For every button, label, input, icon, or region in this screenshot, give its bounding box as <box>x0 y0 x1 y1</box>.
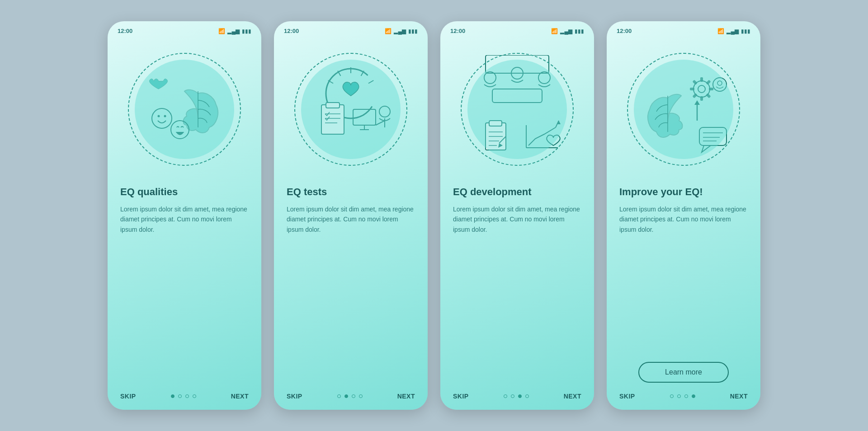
status-time-4: 12:00 <box>617 28 632 34</box>
dashed-circle-4 <box>627 53 740 166</box>
dot-1-2 <box>178 394 182 398</box>
content-area-4: Improve your EQ! Lorem ipsum dolor sit d… <box>607 182 760 387</box>
dots-4 <box>670 394 695 398</box>
dot-2-2 <box>344 394 348 398</box>
battery-icon-1: ▮▮▮ <box>242 28 251 34</box>
dot-3-2 <box>511 394 514 398</box>
nav-area-2: SKIP NEXT <box>274 387 428 410</box>
illustration-area-3 <box>440 37 594 182</box>
screens-container: 12:00 📶 ▂▄▆ ▮▮▮ <box>108 21 760 410</box>
dot-2-3 <box>352 394 355 398</box>
dot-2-1 <box>337 394 341 398</box>
wifi-icon-2: 📶 <box>385 28 392 34</box>
dot-1-4 <box>193 394 196 398</box>
dashed-circle-3 <box>461 53 574 166</box>
status-time-1: 12:00 <box>118 28 132 34</box>
status-bar-4: 12:00 📶 ▂▄▆ ▮▮▮ <box>607 21 760 37</box>
battery-icon-2: ▮▮▮ <box>408 28 418 34</box>
signal-icon-3: ▂▄▆ <box>560 28 572 34</box>
status-time-3: 12:00 <box>450 28 465 34</box>
next-button-3[interactable]: NEXT <box>564 393 581 400</box>
dot-4-1 <box>670 394 674 398</box>
status-icons-3: 📶 ▂▄▆ ▮▮▮ <box>551 28 584 34</box>
skip-button-1[interactable]: SKIP <box>120 393 136 400</box>
dot-1-3 <box>185 394 189 398</box>
status-time-2: 12:00 <box>284 28 299 34</box>
nav-area-1: SKIP NEXT <box>108 387 261 410</box>
skip-button-2[interactable]: SKIP <box>287 393 302 400</box>
status-bar-3: 12:00 📶 ▂▄▆ ▮▮▮ <box>440 21 594 37</box>
wifi-icon-4: 📶 <box>717 28 724 34</box>
status-bar-2: 12:00 📶 ▂▄▆ ▮▮▮ <box>274 21 428 37</box>
dot-3-3 <box>518 394 522 398</box>
skip-button-3[interactable]: SKIP <box>453 393 469 400</box>
dots-2 <box>337 394 363 398</box>
phone-screen-1: 12:00 📶 ▂▄▆ ▮▮▮ <box>108 21 261 410</box>
signal-icon-2: ▂▄▆ <box>394 28 406 34</box>
dashed-circle-2 <box>294 53 407 166</box>
nav-area-3: SKIP NEXT <box>440 387 594 410</box>
screen-title-3: EQ development <box>453 186 581 198</box>
battery-icon-4: ▮▮▮ <box>741 28 750 34</box>
screen-title-1: EQ qualities <box>120 186 249 198</box>
screen-description-1: Lorem ipsum dolor sit dim amet, mea regi… <box>120 204 249 387</box>
battery-icon-3: ▮▮▮ <box>575 28 584 34</box>
next-button-4[interactable]: NEXT <box>730 393 748 400</box>
dot-4-4 <box>692 394 695 398</box>
dot-3-4 <box>525 394 529 398</box>
screen-description-4: Lorem ipsum dolor sit dim amet, mea regi… <box>619 204 748 354</box>
content-area-1: EQ qualities Lorem ipsum dolor sit dim a… <box>108 182 261 387</box>
illustration-area-1 <box>108 37 261 182</box>
signal-icon-1: ▂▄▆ <box>227 28 240 34</box>
wifi-icon-3: 📶 <box>551 28 558 34</box>
next-button-2[interactable]: NEXT <box>397 393 415 400</box>
illustration-area-4 <box>607 37 760 182</box>
content-area-3: EQ development Lorem ipsum dolor sit dim… <box>440 182 594 387</box>
screen-title-2: EQ tests <box>287 186 415 198</box>
wifi-icon-1: 📶 <box>218 28 225 34</box>
screen-title-4: Improve your EQ! <box>619 186 748 198</box>
content-area-2: EQ tests Lorem ipsum dolor sit dim amet,… <box>274 182 428 387</box>
dot-4-3 <box>684 394 688 398</box>
next-button-1[interactable]: NEXT <box>231 393 249 400</box>
status-icons-4: 📶 ▂▄▆ ▮▮▮ <box>717 28 750 34</box>
dot-3-1 <box>504 394 507 398</box>
screen-description-2: Lorem ipsum dolor sit dim amet, mea regi… <box>287 204 415 387</box>
phone-screen-2: 12:00 📶 ▂▄▆ ▮▮▮ <box>274 21 428 410</box>
dot-4-2 <box>677 394 681 398</box>
phone-screen-3: 12:00 📶 ▂▄▆ ▮▮▮ <box>440 21 594 410</box>
skip-button-4[interactable]: SKIP <box>619 393 635 400</box>
phone-screen-4: 12:00 📶 ▂▄▆ ▮▮▮ <box>607 21 760 410</box>
dot-1-1 <box>171 394 175 398</box>
nav-area-4: SKIP NEXT <box>607 387 760 410</box>
learn-more-button[interactable]: Learn more <box>638 362 729 383</box>
status-icons-2: 📶 ▂▄▆ ▮▮▮ <box>385 28 418 34</box>
screen-description-3: Lorem ipsum dolor sit dim amet, mea regi… <box>453 204 581 387</box>
dots-3 <box>504 394 529 398</box>
status-icons-1: 📶 ▂▄▆ ▮▮▮ <box>218 28 251 34</box>
dots-1 <box>171 394 196 398</box>
status-bar-1: 12:00 📶 ▂▄▆ ▮▮▮ <box>108 21 261 37</box>
dashed-circle-1 <box>128 53 241 166</box>
illustration-area-2 <box>274 37 428 182</box>
signal-icon-4: ▂▄▆ <box>726 28 739 34</box>
dot-2-4 <box>359 394 363 398</box>
